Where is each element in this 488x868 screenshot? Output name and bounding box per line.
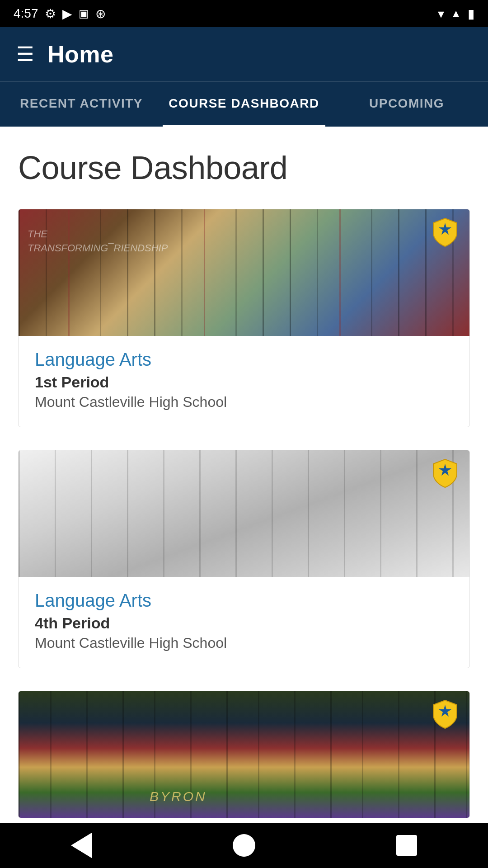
course-2-school: Mount Castleville High School	[35, 635, 453, 651]
bottom-nav	[0, 823, 488, 868]
tab-bar: RECENT ACTIVITY COURSE DASHBOARD UPCOMIN…	[0, 81, 488, 127]
recents-icon	[396, 835, 417, 856]
shield-badge-3	[430, 698, 460, 729]
books-color-bottom-image-3	[19, 691, 469, 818]
course-1-school: Mount Castleville High School	[35, 394, 453, 410]
course-1-name[interactable]: Language Arts	[35, 349, 453, 370]
status-right: ▾ ▲ ▮	[438, 6, 474, 21]
at-icon: ⊛	[95, 6, 106, 21]
shield-badge-2	[430, 458, 460, 488]
course-card-2[interactable]: Language Arts 4th Period Mount Castlevil…	[18, 450, 470, 668]
battery-icon: ▮	[468, 6, 474, 21]
play-icon: ▶	[62, 6, 72, 21]
hamburger-icon[interactable]: ☰	[16, 44, 34, 64]
sim-icon: ▣	[79, 7, 89, 20]
status-left: 4:57 ⚙ ▶ ▣ ⊛	[14, 6, 106, 21]
settings-icon: ⚙	[45, 6, 56, 21]
back-icon	[71, 833, 92, 858]
page-content: Course Dashboard Language Arts 1st Perio…	[0, 127, 488, 868]
wifi-icon: ▾	[438, 6, 444, 21]
shield-badge-1	[430, 217, 460, 247]
home-icon	[233, 834, 255, 857]
course-1-period: 1st Period	[35, 373, 453, 391]
course-card-3-image	[19, 691, 469, 818]
home-button[interactable]	[226, 827, 262, 863]
course-2-name[interactable]: Language Arts	[35, 590, 453, 611]
course-card-2-image	[19, 450, 469, 577]
page-heading: Course Dashboard	[18, 149, 470, 186]
course-card-1-body: Language Arts 1st Period Mount Castlevil…	[19, 336, 469, 427]
app-title: Home	[47, 41, 113, 68]
tab-course-dashboard[interactable]: COURSE DASHBOARD	[163, 82, 325, 127]
books-bw-image-2	[19, 450, 469, 577]
back-button[interactable]	[63, 827, 99, 863]
status-time: 4:57	[14, 6, 38, 21]
tab-recent-activity[interactable]: RECENT ACTIVITY	[0, 82, 163, 127]
course-card-1-image	[19, 209, 469, 336]
course-card-1[interactable]: Language Arts 1st Period Mount Castlevil…	[18, 209, 470, 427]
status-bar: 4:57 ⚙ ▶ ▣ ⊛ ▾ ▲ ▮	[0, 0, 488, 27]
tab-upcoming[interactable]: UPCOMING	[325, 82, 488, 127]
course-2-period: 4th Period	[35, 614, 453, 632]
course-card-2-body: Language Arts 4th Period Mount Castlevil…	[19, 577, 469, 668]
app-bar: ☰ Home	[0, 27, 488, 81]
course-card-3[interactable]	[18, 691, 470, 818]
signal-icon: ▲	[450, 7, 461, 20]
recents-button[interactable]	[389, 827, 425, 863]
books-color-image-1	[19, 209, 469, 336]
